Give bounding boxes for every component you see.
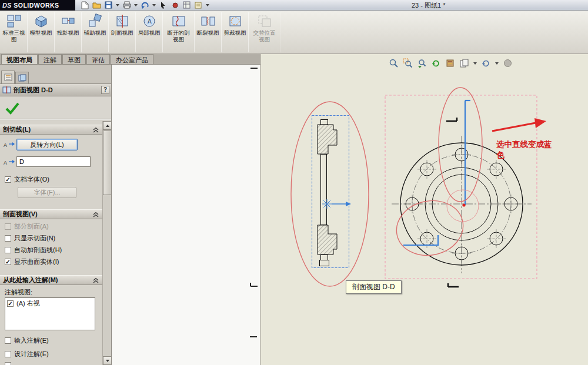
section-view-feature-icon (2, 86, 11, 94)
configuration-tab[interactable] (15, 72, 29, 83)
tab-view-layout[interactable]: 视图布局 (1, 54, 38, 64)
svg-text:A: A (4, 160, 7, 166)
show-surface-bodies-checkbox[interactable] (5, 259, 11, 265)
annotation-view-checkbox[interactable] (7, 300, 14, 307)
ok-checkmark-icon[interactable] (5, 101, 20, 115)
document-title: 23 - 图纸1 * (412, 1, 445, 10)
sheet-edge-ticks (250, 68, 258, 337)
panel-content: 剖切线(L) A 反转方向(L) A 文档字体(O) 字体(F)... 剖面视图… (0, 121, 102, 365)
auto-hatch-checkbox[interactable] (5, 247, 11, 253)
doc-font-checkbox-row[interactable]: 文档字体(O) (5, 175, 49, 184)
show-only-surface-checkbox-row[interactable]: 只显示切面(N) (5, 234, 55, 243)
display-style-icon[interactable] (459, 58, 470, 69)
tab-annotation[interactable]: 注解 (38, 54, 62, 64)
section-view-tooltip: 剖面视图 D-D (346, 280, 402, 294)
print-dropdown-icon[interactable] (134, 4, 138, 6)
ribbon-model-view-button[interactable]: 模型视图 (28, 12, 55, 52)
detail-view-icon: A (142, 14, 157, 29)
doc-font-checkbox[interactable] (5, 176, 11, 183)
new-document-icon[interactable] (80, 1, 90, 9)
alternate-position-icon (257, 14, 272, 29)
auto-hatch-checkbox-row[interactable]: 自动加剖面线(H) (5, 246, 62, 255)
red-annotation-text: 选中直线变成蓝色 (496, 139, 554, 160)
ribbon-crop-view-button[interactable]: 剪裁视图 (222, 12, 249, 52)
drawing-sheet[interactable] (260, 54, 588, 365)
solidworks-logo: DS SOLIDWORKS (0, 0, 75, 11)
ribbon-broken-out-section-button[interactable]: 断开的剖视图 (163, 12, 195, 52)
tab-sketch[interactable]: 草图 (62, 54, 86, 64)
design-annotations-checkbox-row[interactable]: 设计注解(E) (5, 350, 49, 359)
rotate-view-icon[interactable] (480, 58, 492, 69)
note-dropdown-icon[interactable] (206, 4, 209, 6)
show-only-surface-checkbox[interactable] (5, 235, 11, 242)
ribbon-section-view-button[interactable]: 剖面视图 (109, 12, 136, 52)
ribbon-projected-view-button[interactable]: 投影视图 (55, 12, 82, 52)
annotation-views-label: 注解视图: (5, 288, 32, 297)
command-manager-ribbon: 标准三视图 模型视图 投影视图 辅助视图 剖面视图 A 局部视图 断开的剖视图 … (0, 11, 588, 54)
select-pointer-icon[interactable] (158, 1, 168, 9)
undo-dropdown-icon[interactable] (152, 4, 156, 6)
partial-section-checkbox-row[interactable]: 部分剖面(A) (5, 222, 49, 231)
graphics-area[interactable] (112, 54, 588, 365)
heads-up-view-toolbar (388, 58, 513, 69)
svg-text:A: A (4, 142, 7, 148)
rotate-view-dropdown-icon[interactable] (495, 62, 499, 65)
zoom-to-area-icon[interactable] (402, 58, 413, 69)
title-bar: DS SOLIDWORKS 23 - 图纸1 * (0, 0, 588, 11)
annotation-note-icon[interactable] (193, 1, 203, 9)
save-icon[interactable] (103, 1, 113, 9)
redraw-icon[interactable] (430, 58, 442, 69)
panel-scrollbar[interactable] (102, 121, 112, 365)
scroll-up-button[interactable] (103, 121, 112, 130)
configuration-tab-icon (18, 74, 26, 82)
partial-section-checkbox[interactable] (5, 223, 11, 230)
model-view-icon (34, 14, 49, 29)
display-style-dropdown-icon[interactable] (473, 62, 477, 65)
scroll-down-button[interactable] (103, 356, 112, 365)
section-view-icon (115, 14, 130, 29)
auxiliary-view-icon (88, 14, 103, 29)
drawing-canvas[interactable] (112, 54, 588, 365)
font-button[interactable]: 字体(F)... (18, 187, 76, 198)
ribbon-break-view-button[interactable]: 断裂视图 (195, 12, 222, 52)
clipped-checkbox[interactable] (5, 362, 11, 365)
options-grid-icon[interactable] (182, 1, 192, 9)
flip-direction-icon: A (4, 140, 15, 149)
show-surface-bodies-checkbox-row[interactable]: 显示曲面实体(I) (5, 257, 59, 266)
group-header-import-annotations[interactable]: 从此处输入注解(M) (0, 275, 102, 285)
previous-view-icon[interactable] (416, 58, 427, 69)
quick-access-toolbar (75, 1, 210, 9)
rebuild-icon[interactable] (170, 1, 180, 9)
ribbon-auxiliary-view-button[interactable]: 辅助视图 (82, 12, 109, 52)
open-icon[interactable] (92, 1, 102, 9)
standard-3-views-icon (6, 14, 22, 29)
scrollbar-thumb[interactable] (103, 130, 112, 195)
design-annotations-checkbox[interactable] (5, 351, 11, 357)
ribbon-alternate-position-button[interactable]: 交替位置视图 (249, 12, 280, 52)
appearance-icon[interactable] (445, 58, 456, 69)
group-header-cutline[interactable]: 剖切线(L) (0, 125, 102, 135)
flip-direction-button[interactable]: 反转方向(L) (16, 139, 78, 150)
undo-icon[interactable] (140, 1, 150, 9)
annotation-views-listbox[interactable]: (A) 右视 (5, 297, 95, 330)
zoom-fit-icon[interactable] (388, 58, 399, 69)
tab-evaluate[interactable]: 评估 (86, 54, 110, 64)
save-dropdown-icon[interactable] (116, 4, 119, 6)
propertymanager-tab-icon (4, 73, 12, 81)
annotation-view-item[interactable]: (A) 右视 (5, 298, 95, 309)
section-label-input[interactable] (16, 156, 91, 167)
command-manager-tabs: 视图布局 注解 草图 评估 办公室产品 (0, 54, 260, 65)
ribbon-detail-view-button[interactable]: A 局部视图 (136, 12, 163, 52)
propertymanager-tab[interactable] (1, 71, 15, 83)
ribbon-standard-3-views-button[interactable]: 标准三视图 (1, 12, 28, 52)
group-header-section-view[interactable]: 剖面视图(V) (0, 209, 102, 219)
help-button[interactable]: ? (101, 86, 109, 94)
import-annotations-checkbox-row[interactable]: 输入注解(E) (5, 336, 49, 345)
import-annotations-checkbox[interactable] (5, 337, 11, 344)
view-settings-sphere-icon[interactable] (502, 58, 513, 69)
print-icon[interactable] (122, 1, 132, 9)
tab-office-products[interactable]: 办公室产品 (111, 54, 153, 64)
svg-text:A: A (148, 18, 152, 25)
center-point-marker (462, 203, 465, 206)
clipped-checkbox-row[interactable] (5, 362, 11, 365)
